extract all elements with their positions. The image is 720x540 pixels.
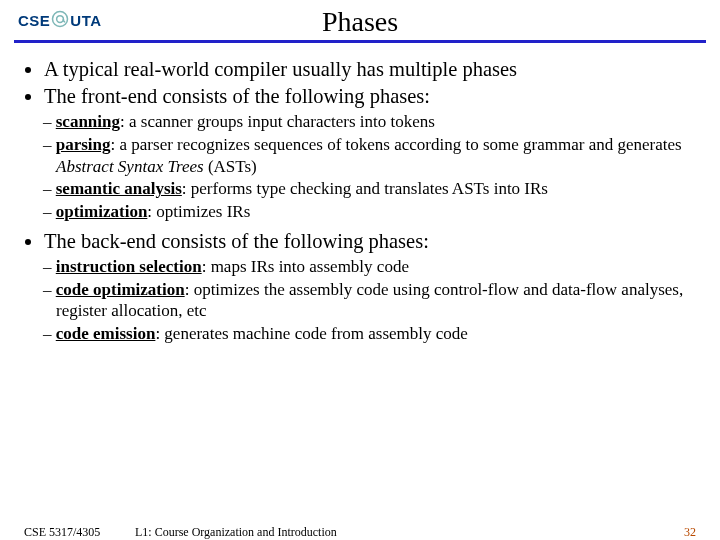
back-item-code-emission: code emission: generates machine code fr…: [56, 323, 698, 345]
logo: CSE UTA: [18, 10, 102, 31]
term: code emission: [56, 324, 156, 343]
term: instruction selection: [56, 257, 202, 276]
front-item-parsing: parsing: a parser recognizes sequences o…: [56, 134, 698, 178]
svg-point-1: [57, 16, 64, 23]
term: code optimization: [56, 280, 185, 299]
footer-page: 32: [684, 525, 696, 540]
term: optimization: [56, 202, 148, 221]
footer-lecture: L1: Course Organization and Introduction: [135, 525, 337, 540]
term: parsing: [56, 135, 111, 154]
top-list-2: The back-end consists of the following p…: [22, 229, 698, 254]
slide-title: Phases: [322, 6, 398, 37]
backend-list: instruction selection: maps IRs into ass…: [22, 256, 698, 345]
logo-cse: CSE: [18, 12, 50, 29]
desc: : maps IRs into assembly code: [202, 257, 409, 276]
desc: : optimizes IRs: [147, 202, 250, 221]
desc1: : a parser recognizes sequences of token…: [111, 135, 682, 154]
svg-point-0: [53, 12, 68, 27]
footer-course: CSE 5317/4305: [24, 525, 100, 540]
term: semantic analysis: [56, 179, 182, 198]
desc: : generates machine code from assembly c…: [155, 324, 467, 343]
at-icon: [50, 10, 70, 31]
top-list: A typical real-world compiler usually ha…: [22, 57, 698, 109]
back-item-code-optimization: code optimization: optimizes the assembl…: [56, 279, 698, 323]
front-item-semantic: semantic analysis: performs type checkin…: [56, 178, 698, 200]
back-item-instruction-selection: instruction selection: maps IRs into ass…: [56, 256, 698, 278]
desc2: (ASTs): [204, 157, 257, 176]
bullet-1: A typical real-world compiler usually ha…: [44, 57, 698, 82]
title-area: Phases: [0, 0, 720, 38]
bullet-3: The back-end consists of the following p…: [44, 229, 698, 254]
front-item-scanning: scanning: a scanner groups input charact…: [56, 111, 698, 133]
front-item-optimization: optimization: optimizes IRs: [56, 201, 698, 223]
desc-ital: Abstract Syntax Trees: [56, 157, 204, 176]
desc: : a scanner groups input characters into…: [120, 112, 435, 131]
term: scanning: [56, 112, 120, 131]
slide-body: A typical real-world compiler usually ha…: [0, 43, 720, 345]
frontend-list: scanning: a scanner groups input charact…: [22, 111, 698, 223]
desc: : performs type checking and translates …: [182, 179, 548, 198]
bullet-2: The front-end consists of the following …: [44, 84, 698, 109]
logo-uta: UTA: [70, 12, 101, 29]
